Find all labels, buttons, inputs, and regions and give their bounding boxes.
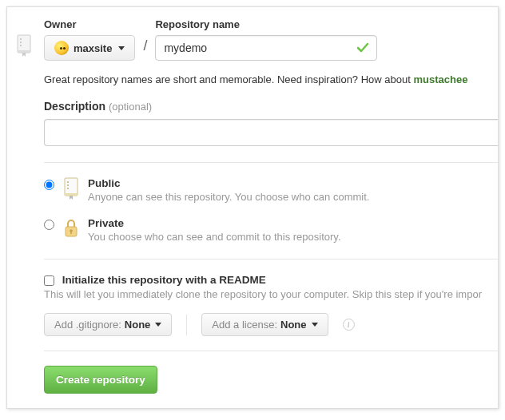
svg-rect-5 <box>65 178 78 196</box>
owner-dropdown-button[interactable]: maxsite <box>44 35 135 61</box>
repo-name-input[interactable] <box>155 35 377 61</box>
caret-down-icon <box>118 46 125 50</box>
initialize-readme-checkbox[interactable] <box>44 275 54 286</box>
separator-1 <box>44 162 499 163</box>
license-dropdown-button[interactable]: Add a license: None <box>201 313 328 336</box>
svg-rect-4 <box>20 45 22 46</box>
description-optional: (optional) <box>109 101 152 113</box>
caret-down-icon <box>312 323 318 327</box>
public-subtitle: Anyone can see this repository. You choo… <box>88 191 369 203</box>
name-suggestion-link[interactable]: mustachee <box>413 73 467 85</box>
initialize-row: Initialize this repository with a README… <box>44 260 498 300</box>
gitignore-prefix: Add .gitignore: <box>54 319 121 331</box>
svg-rect-3 <box>20 42 22 43</box>
svg-rect-1 <box>18 50 30 53</box>
lock-icon <box>62 217 80 240</box>
svg-rect-2 <box>20 38 22 40</box>
initialize-subtitle: This will let you immediately clone the … <box>44 288 498 300</box>
license-value: None <box>280 319 307 331</box>
name-row: Owner maxsite / Repository name <box>44 18 498 61</box>
license-info-icon[interactable]: i <box>343 319 355 331</box>
gitignore-value: None <box>125 319 151 331</box>
private-radio[interactable] <box>44 220 54 230</box>
owner-field: Owner maxsite <box>44 18 135 61</box>
caret-down-icon <box>155 323 161 327</box>
svg-rect-7 <box>67 181 69 183</box>
description-input[interactable] <box>44 119 499 146</box>
private-subtitle: You choose who can see and commit to thi… <box>88 231 341 243</box>
owner-repo-separator: / <box>135 38 155 61</box>
repo-side-icon <box>15 34 33 57</box>
hint-text: Great repository names are short and mem… <box>44 73 413 85</box>
license-prefix: Add a license: <box>212 319 277 331</box>
svg-rect-0 <box>18 35 30 53</box>
svg-rect-8 <box>67 184 69 186</box>
private-title: Private <box>88 217 341 229</box>
svg-rect-9 <box>67 188 69 189</box>
create-repository-form: Owner maxsite / Repository name Great re… <box>6 6 499 409</box>
public-title: Public <box>88 177 369 189</box>
repo-public-icon <box>62 177 80 200</box>
repo-name-label: Repository name <box>155 18 377 30</box>
visibility-public-row[interactable]: Public Anyone can see this repository. Y… <box>44 177 498 203</box>
description-label: Description <box>44 100 105 113</box>
description-label-row: Description (optional) <box>44 100 498 113</box>
repo-name-field: Repository name <box>155 18 377 61</box>
svg-rect-12 <box>70 231 72 234</box>
owner-name: maxsite <box>74 42 112 54</box>
owner-avatar-icon <box>54 41 69 55</box>
owner-label: Owner <box>44 18 135 30</box>
valid-check-icon <box>356 42 369 54</box>
initialize-title: Initialize this repository with a README <box>62 274 266 286</box>
create-repository-button[interactable]: Create repository <box>44 366 157 394</box>
public-radio[interactable] <box>44 180 54 190</box>
svg-rect-6 <box>65 193 78 196</box>
vertical-divider <box>186 315 187 335</box>
name-hint: Great repository names are short and mem… <box>44 73 498 85</box>
visibility-private-row[interactable]: Private You choose who can see and commi… <box>44 217 498 243</box>
separator-3 <box>44 351 499 351</box>
gitignore-dropdown-button[interactable]: Add .gitignore: None <box>44 313 172 336</box>
options-row: Add .gitignore: None Add a license: None… <box>44 313 498 336</box>
